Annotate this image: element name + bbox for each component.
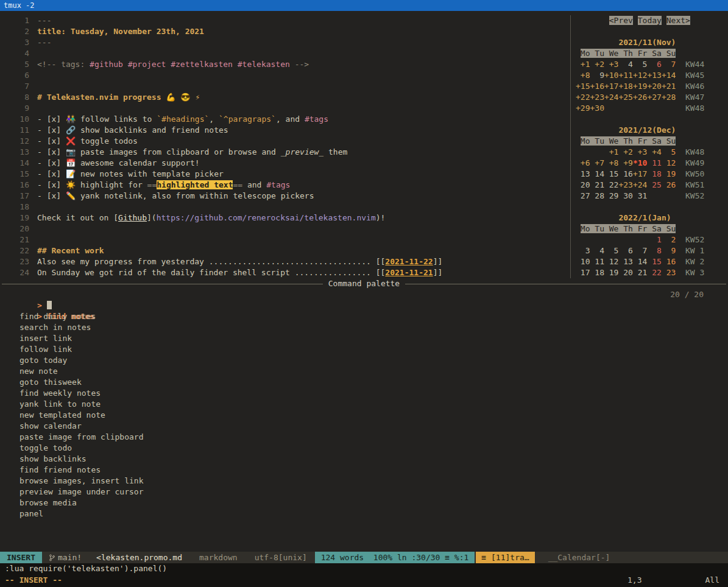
calendar-day-saturday[interactable]: 1: [647, 235, 661, 244]
calendar-day-linked[interactable]: +4: [647, 147, 661, 156]
calendar-day-saturday[interactable]: 11: [647, 158, 661, 167]
calendar-day[interactable]: 16: [618, 169, 632, 178]
hashtag-tag[interactable]: #tags: [305, 114, 328, 124]
calendar-day-sunday[interactable]: 26: [662, 180, 676, 189]
hashtag-tag[interactable]: #tags: [266, 180, 290, 189]
calendar-day[interactable]: 13: [618, 257, 632, 266]
calendar-day[interactable]: 20: [618, 268, 632, 277]
calendar-day-saturday[interactable]: 25: [647, 180, 661, 189]
editor-line[interactable]: 4: [4, 48, 570, 59]
calendar-day-linked[interactable]: +23: [590, 93, 604, 102]
calendar-day[interactable]: 31: [633, 191, 647, 200]
palette-item[interactable]: goto thisweek: [0, 377, 728, 388]
palette-item[interactable]: toggle todo: [0, 443, 728, 454]
palette-item[interactable]: insert link: [0, 333, 728, 344]
palette-item[interactable]: follow link: [0, 344, 728, 355]
calendar-day-linked[interactable]: +22: [576, 93, 590, 102]
hashtag-tag[interactable]: #zettelkasten: [171, 60, 233, 69]
calendar-day-linked[interactable]: +3: [604, 60, 618, 69]
calendar-day[interactable]: 4: [590, 246, 604, 255]
calendar-day-today[interactable]: *10: [633, 158, 647, 167]
editor-line[interactable]: 20: [4, 223, 570, 234]
calendar-day-saturday[interactable]: 15: [647, 257, 661, 266]
editor-line[interactable]: 16- [x] ☀️ highlight for ==highlighted t…: [4, 180, 570, 191]
calendar-day[interactable]: 22: [604, 180, 618, 189]
calendar-nav-button[interactable]: <Prev: [609, 16, 633, 25]
calendar-day[interactable]: 15: [604, 169, 618, 178]
calendar-day-linked[interactable]: +15: [576, 82, 590, 91]
calendar-day-linked[interactable]: +6: [576, 158, 590, 167]
calendar-day-sunday[interactable]: 7: [662, 60, 676, 69]
calendar-day[interactable]: 20: [576, 180, 590, 189]
palette-item[interactable]: paste image from clipboard: [0, 432, 728, 443]
calendar-day[interactable]: 29: [604, 191, 618, 200]
markdown-link[interactable]: Github: [118, 213, 147, 222]
calendar-day-saturday[interactable]: 22: [647, 268, 661, 277]
editor-line[interactable]: 21: [4, 234, 570, 245]
palette-selected-item[interactable]: >find notes: [0, 300, 728, 311]
calendar-day-linked[interactable]: +2: [618, 147, 632, 156]
calendar-day-linked[interactable]: +16: [590, 82, 604, 91]
palette-item[interactable]: show calendar: [0, 421, 728, 432]
editor-line[interactable]: 8# Telekasten.nvim progress 💪 😎 ⚡: [4, 92, 570, 103]
calendar-day-linked[interactable]: +18: [618, 82, 632, 91]
palette-item[interactable]: panel: [0, 508, 728, 519]
calendar-day-saturday[interactable]: 6: [647, 60, 661, 69]
palette-item[interactable]: goto today: [0, 355, 728, 366]
palette-item[interactable]: new note: [0, 366, 728, 377]
palette-item[interactable]: yank link to note: [0, 399, 728, 410]
calendar-day-linked[interactable]: +28: [662, 93, 676, 102]
palette-item[interactable]: find friend notes: [0, 465, 728, 476]
calendar-day-linked[interactable]: +8: [604, 158, 618, 167]
editor-line[interactable]: 10- [x] 👫 follow links to `#headings`, `…: [4, 114, 570, 125]
calendar-day[interactable]: 11: [590, 257, 604, 266]
calendar-day-linked[interactable]: +8: [576, 71, 590, 80]
calendar-nav-button[interactable]: Today: [638, 16, 662, 25]
hashtag-tag[interactable]: #telekasten: [238, 60, 290, 69]
calendar-day-linked[interactable]: +21: [662, 82, 676, 91]
calendar-day[interactable]: 4: [618, 60, 632, 69]
palette-item[interactable]: preview image under cursor: [0, 487, 728, 497]
calendar-day[interactable]: 12: [604, 257, 618, 266]
editor-line[interactable]: 24On Sunday we got rid of the daily find…: [4, 267, 570, 278]
calendar-day[interactable]: 17: [576, 268, 590, 277]
editor-line[interactable]: 14- [x] 📅 awesome calendar support!: [4, 158, 570, 169]
editor-line[interactable]: 13- [x] 📷 paste images from clipboard or…: [4, 147, 570, 158]
calendar-day[interactable]: 21: [633, 268, 647, 277]
editor-line[interactable]: 19Check it out on [Github](https://githu…: [4, 213, 570, 223]
calendar-day[interactable]: 28: [590, 191, 604, 200]
calendar-day[interactable]: 3: [576, 246, 590, 255]
calendar-day-linked[interactable]: +10: [604, 71, 618, 80]
calendar-day[interactable]: 14: [633, 257, 647, 266]
calendar-day-saturday[interactable]: 8: [647, 246, 661, 255]
palette-item[interactable]: show backlinks: [0, 454, 728, 465]
calendar-day[interactable]: 14: [590, 169, 604, 178]
editor-line[interactable]: 3---: [4, 37, 570, 48]
calendar-day-linked[interactable]: +17: [633, 169, 647, 178]
calendar-day-linked[interactable]: +26: [633, 93, 647, 102]
calendar-day[interactable]: 30: [618, 191, 632, 200]
calendar-day-linked[interactable]: +19: [633, 82, 647, 91]
calendar-day-linked[interactable]: +23: [618, 180, 632, 189]
editor-line[interactable]: 17- [x] ✏️ yank notelink, also from with…: [4, 191, 570, 202]
editor-line[interactable]: 1---: [4, 15, 570, 26]
calendar-day-sunday[interactable]: 12: [662, 158, 676, 167]
calendar-day[interactable]: 6: [618, 246, 632, 255]
editor-line[interactable]: 22## Recent work: [4, 245, 570, 256]
calendar-day[interactable]: 5: [604, 246, 618, 255]
editor-line[interactable]: 6: [4, 70, 570, 81]
calendar-day[interactable]: 27: [576, 191, 590, 200]
editor-line[interactable]: 15- [x] 📝 new notes with template picker: [4, 169, 570, 180]
calendar-day-linked[interactable]: +24: [604, 93, 618, 102]
notelink-date[interactable]: 2021-11-22: [385, 257, 433, 266]
command-line[interactable]: :lua require('telekasten').panel(): [0, 563, 728, 574]
calendar-day-linked[interactable]: +24: [633, 180, 647, 189]
calendar-day-linked[interactable]: +1: [576, 60, 590, 69]
editor-line[interactable]: 18: [4, 202, 570, 213]
calendar-day-linked[interactable]: +17: [604, 82, 618, 91]
calendar-day[interactable]: 10: [576, 257, 590, 266]
editor-line[interactable]: 7: [4, 81, 570, 92]
calendar-day[interactable]: 5: [633, 60, 647, 69]
calendar-day-linked[interactable]: +20: [647, 82, 661, 91]
palette-item[interactable]: browse media: [0, 497, 728, 508]
